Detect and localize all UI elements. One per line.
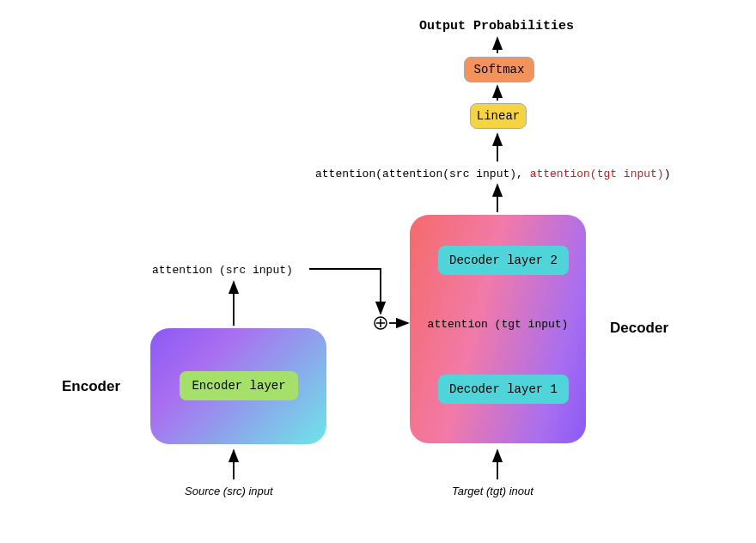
src-input-label: Source (src) input [185, 485, 273, 497]
circle-plus-icon [374, 316, 387, 330]
output-probabilities-label: Output Probabilities [419, 19, 574, 34]
formula-red: attention(tgt input) [530, 168, 664, 180]
decoder-label: Decoder [610, 320, 668, 337]
attention-tgt-label: attention (tgt input) [410, 318, 586, 331]
attention-src-label: attention (src input) [152, 264, 293, 277]
encoder-layer-box: Encoder layer [180, 371, 298, 400]
decoder-block: Decoder layer 2 attention (tgt input) De… [410, 215, 586, 443]
encoder-block: Encoder layer [150, 328, 326, 444]
tgt-input-label: Target (tgt) inout [452, 485, 533, 497]
arrows-svg [0, 0, 756, 543]
softmax-box: Softmax [464, 57, 534, 82]
decoder-layer-2-box: Decoder layer 2 [438, 246, 569, 275]
formula-prefix: attention(attention(src input), [315, 168, 530, 180]
linear-box: Linear [470, 103, 527, 129]
attention-formula: attention(attention(src input), attentio… [315, 168, 670, 180]
formula-suffix: ) [664, 168, 671, 180]
encoder-label: Encoder [62, 378, 120, 395]
decoder-layer-1-box: Decoder layer 1 [438, 375, 569, 404]
